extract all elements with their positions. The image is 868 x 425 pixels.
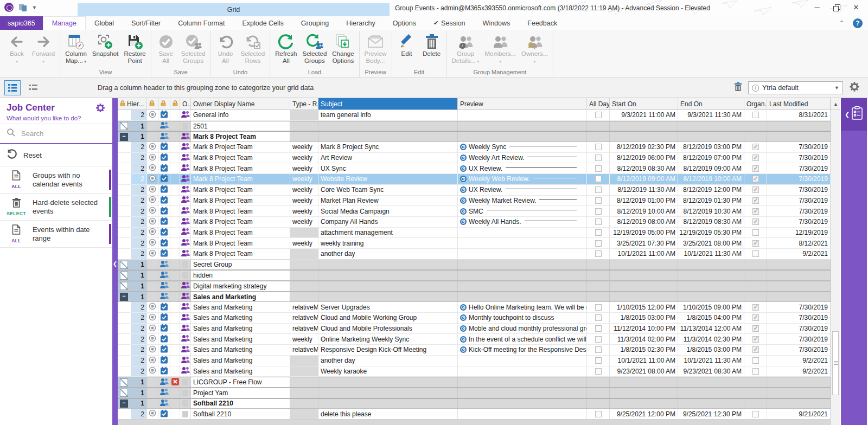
event-row-weekly-training[interactable]: 2Mark 8 Project Teamweeklyweekly trainin… (118, 238, 831, 249)
row-radio-cell[interactable] (147, 142, 158, 152)
organizer-cell[interactable] (744, 217, 767, 227)
tab-feedback[interactable]: Feedback (519, 16, 566, 30)
organizer-checkbox[interactable] (752, 314, 759, 321)
column-header-lock-3[interactable] (170, 98, 180, 110)
all-day-cell[interactable] (587, 153, 610, 163)
all-day-cell[interactable] (587, 356, 610, 366)
organizer-cell[interactable] (744, 356, 767, 366)
all-day-cell[interactable] (587, 174, 610, 184)
tab-manage[interactable]: Manage (43, 16, 86, 30)
all-day-cell[interactable] (587, 142, 610, 152)
organizer-cell[interactable] (744, 334, 767, 344)
all-day-cell[interactable] (587, 313, 610, 323)
all-day-cell[interactable] (587, 324, 610, 334)
row-radio-cell[interactable] (147, 110, 158, 120)
organizer-checkbox[interactable] (752, 368, 759, 375)
row-radio-cell[interactable] (147, 185, 158, 195)
column-header-organ[interactable]: Organ... (744, 98, 767, 110)
expand-group-icon[interactable] (120, 122, 128, 130)
tab-windows[interactable]: Windows (474, 16, 519, 30)
group-row-softball-2210[interactable]: −1Softball 2210 (118, 398, 831, 409)
tab-sort-filter[interactable]: Sort/Filter (123, 16, 169, 30)
tab-grouping[interactable]: Grouping (292, 16, 337, 30)
quick-access-dropdown-icon[interactable]: ▼ (32, 5, 37, 10)
expand-cell[interactable] (118, 121, 131, 131)
group-row-licgroup-free-flow[interactable]: 1LICGROUP - Free Flow (118, 377, 831, 388)
all-day-cell[interactable] (587, 302, 610, 312)
organizer-cell[interactable] (744, 228, 767, 238)
column-header-start-on[interactable]: Start On (610, 98, 678, 110)
group-row-mark-8-project-team[interactable]: −1Mark 8 Project Team (118, 131, 831, 142)
row-radio-cell[interactable] (147, 409, 158, 419)
restore-button[interactable] (833, 4, 840, 11)
preview-eye-icon[interactable] (460, 186, 467, 193)
radio-icon[interactable] (149, 324, 156, 333)
selected-groups-button[interactable]: SelectedGroups (300, 32, 330, 66)
event-row-attachment-management[interactable]: 2Mark 8 Project Teamattachment managemen… (118, 228, 831, 239)
all-day-cell[interactable] (587, 249, 610, 259)
grouping-view-toggle-icon[interactable] (4, 80, 21, 95)
event-row-mark-8-project-sync[interactable]: 2Mark 8 Project TeamweeklyMark 8 Project… (118, 142, 831, 153)
event-row-online-marketing-weekly-sync[interactable]: 2Sales and MarketingweeklyOnline Marketi… (118, 334, 831, 345)
all-day-cell[interactable] (587, 163, 610, 173)
organizer-checkbox[interactable] (752, 411, 759, 417)
expand-cell[interactable] (118, 271, 131, 280)
event-row-market-plan-review[interactable]: 2Mark 8 Project TeamweeklyMarket Plan Re… (118, 196, 831, 207)
edit-button[interactable]: Edit (394, 32, 419, 59)
event-row-team-general-info[interactable]: 2General infoteam general info9/3/2021 1… (118, 110, 831, 121)
snapshot-button[interactable]: Snapshot (90, 32, 122, 59)
radio-icon[interactable] (149, 185, 156, 195)
all-day-checkbox[interactable] (595, 208, 602, 215)
column-map-button[interactable]: ColumnMap... ▾ (62, 32, 90, 66)
row-radio-cell[interactable] (147, 324, 158, 334)
all-day-cell[interactable] (587, 217, 610, 227)
all-day-checkbox[interactable] (595, 325, 602, 332)
all-day-cell[interactable] (587, 366, 610, 377)
restore-point-button[interactable]: RestorePoint (121, 32, 148, 66)
radio-icon[interactable] (149, 366, 156, 376)
expand-cell[interactable] (118, 388, 131, 398)
radio-icon[interactable] (149, 334, 156, 344)
organizer-cell[interactable] (744, 249, 767, 259)
radio-icon[interactable] (149, 239, 156, 248)
preview-eye-icon[interactable] (460, 346, 467, 353)
all-day-checkbox[interactable] (595, 250, 602, 257)
tab-sapio365[interactable]: sapio365 (0, 16, 43, 30)
group-row-sales-and-marketing[interactable]: −1Sales and Marketing (118, 292, 831, 302)
group-row-secret-group[interactable]: 1Secret Group (118, 260, 831, 271)
all-day-cell[interactable] (587, 345, 610, 355)
all-day-checkbox[interactable] (595, 218, 602, 225)
expand-group-icon[interactable] (120, 272, 128, 280)
organizer-cell[interactable] (744, 153, 767, 163)
row-radio-cell[interactable] (147, 345, 158, 355)
event-row-another-day[interactable]: 2Sales and Marketinganother day10/1/2021… (118, 356, 831, 366)
collapse-ribbon-icon[interactable]: ⌃ (839, 20, 844, 27)
preview-eye-icon[interactable] (460, 304, 467, 311)
expand-group-icon[interactable] (120, 378, 128, 387)
organizer-checkbox[interactable] (752, 208, 759, 215)
event-row-weekly-karaoke[interactable]: 2Sales and MarketingWeekly karaoke9/23/2… (118, 366, 831, 377)
event-row-social-media-campaign[interactable]: 2Mark 8 Project TeamweeklySocial Media C… (118, 206, 831, 217)
organizer-checkbox[interactable] (752, 186, 759, 193)
all-day-checkbox[interactable] (595, 314, 602, 321)
organizer-cell[interactable] (744, 302, 767, 312)
all-day-checkbox[interactable] (595, 165, 602, 172)
group-row-2501[interactable]: 12501 (118, 121, 831, 132)
organizer-checkbox[interactable] (752, 218, 759, 225)
group-row-project-yam[interactable]: 1Project Yam (118, 388, 831, 398)
organizer-checkbox[interactable] (752, 240, 759, 247)
preview-eye-icon[interactable] (460, 144, 467, 150)
all-day-checkbox[interactable] (595, 240, 602, 247)
organizer-cell[interactable] (744, 163, 767, 173)
radio-icon[interactable] (149, 196, 156, 205)
expand-cell[interactable]: − (118, 132, 131, 141)
right-panel-header[interactable]: ❮ (841, 98, 867, 131)
organizer-checkbox[interactable] (752, 336, 759, 343)
all-day-cell[interactable] (587, 110, 610, 120)
search-input[interactable] (21, 130, 97, 138)
close-button[interactable]: ✕ (852, 3, 860, 11)
event-row-company-all-hands[interactable]: 2Mark 8 Project TeamweeklyCompany All Ha… (118, 217, 831, 228)
scrollbar-thumb[interactable] (832, 331, 839, 395)
row-radio-cell[interactable] (147, 228, 158, 238)
row-radio-cell[interactable] (147, 356, 158, 366)
